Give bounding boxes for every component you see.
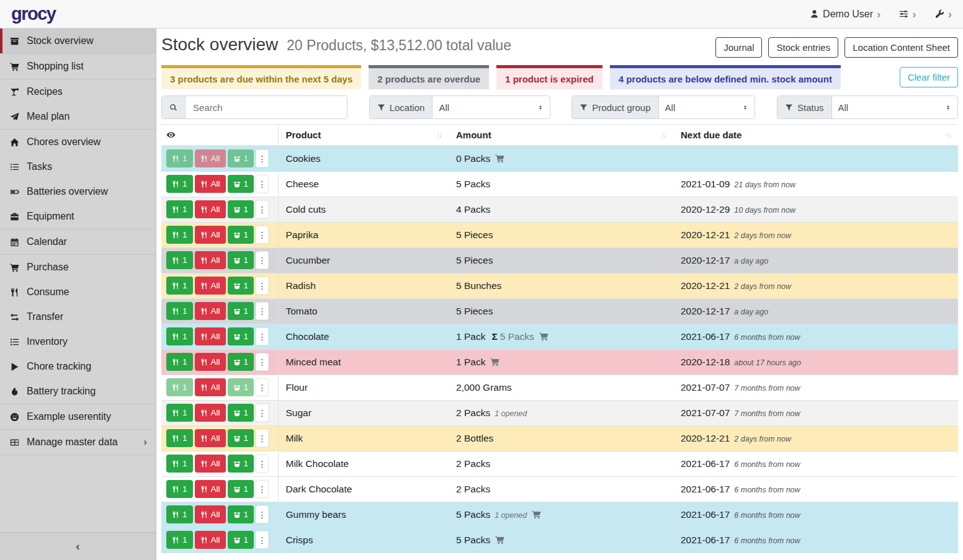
consume-one-button[interactable]: 1 <box>166 505 193 523</box>
open-one-button[interactable]: 1 <box>228 302 254 320</box>
sidebar-item-chore-tracking[interactable]: Chore tracking <box>0 354 156 379</box>
journal-button[interactable]: Journal <box>715 37 762 58</box>
consume-all-button[interactable]: All <box>195 505 226 523</box>
location-select[interactable]: All <box>432 96 549 118</box>
banner-overdue[interactable]: 2 products are overdue <box>369 65 489 89</box>
open-one-button[interactable]: 1 <box>228 226 254 244</box>
open-one-button[interactable]: 1 <box>228 149 254 167</box>
product-group-select[interactable]: All <box>659 96 755 118</box>
row-more-button[interactable]: ⋮ <box>256 277 269 295</box>
row-more-button[interactable]: ⋮ <box>256 327 269 345</box>
clear-filter-button[interactable]: Clear filter <box>900 67 958 87</box>
sidebar-item-manage-master-data[interactable]: Manage master data› <box>0 430 156 455</box>
row-more-button[interactable]: ⋮ <box>256 531 269 549</box>
consume-one-button[interactable]: 1 <box>166 404 193 422</box>
column-header-amount[interactable]: Amount ↑↓ <box>449 125 673 146</box>
banner-below-min-stock[interactable]: 4 products are below defined min. stock … <box>610 65 841 89</box>
sidebar-item-batteries-overview[interactable]: Batteries overview <box>0 179 156 204</box>
consume-one-button[interactable]: 1 <box>166 327 193 345</box>
consume-one-button[interactable]: 1 <box>166 302 193 320</box>
column-header-product[interactable]: Product ↑↓ <box>278 125 449 146</box>
consume-one-button[interactable]: 1 <box>166 480 193 498</box>
open-one-button[interactable]: 1 <box>228 277 254 295</box>
open-one-button[interactable]: 1 <box>228 353 254 371</box>
sidebar-item-chores-overview[interactable]: Chores overview <box>0 130 156 154</box>
consume-all-button[interactable]: All <box>195 226 226 244</box>
grocy-logo[interactable]: grocy <box>11 4 55 24</box>
row-more-button[interactable]: ⋮ <box>256 200 269 218</box>
banner-due-soon[interactable]: 3 products are due within the next 5 day… <box>161 65 361 89</box>
sidebar-item-tasks[interactable]: Tasks <box>0 154 156 179</box>
consume-one-button[interactable]: 1 <box>166 378 193 396</box>
consume-all-button[interactable]: All <box>195 455 226 473</box>
admin-menu[interactable]: › <box>935 8 952 20</box>
open-one-button[interactable]: 1 <box>228 175 254 193</box>
consume-one-button[interactable]: 1 <box>166 251 193 269</box>
consume-one-button[interactable]: 1 <box>166 175 193 193</box>
consume-all-button[interactable]: All <box>195 531 226 549</box>
open-one-button[interactable]: 1 <box>228 327 254 345</box>
row-more-button[interactable]: ⋮ <box>256 149 269 167</box>
consume-all-button[interactable]: All <box>195 327 226 345</box>
search-input[interactable] <box>186 96 347 118</box>
status-select[interactable]: All <box>832 96 957 118</box>
open-one-button[interactable]: 1 <box>228 505 254 523</box>
sidebar-item-equipment[interactable]: Equipment <box>0 204 156 229</box>
consume-one-button[interactable]: 1 <box>166 531 193 549</box>
consume-all-button[interactable]: All <box>195 149 226 167</box>
row-more-button[interactable]: ⋮ <box>256 505 269 523</box>
stock-entries-button[interactable]: Stock entries <box>768 37 838 58</box>
location-content-sheet-button[interactable]: Location Content Sheet <box>844 37 958 58</box>
consume-all-button[interactable]: All <box>195 302 226 320</box>
consume-all-button[interactable]: All <box>195 251 226 269</box>
consume-one-button[interactable]: 1 <box>166 149 193 167</box>
row-more-button[interactable]: ⋮ <box>256 378 269 396</box>
eye-columns-toggle[interactable] <box>166 130 273 140</box>
sidebar-item-meal-plan[interactable]: Meal plan <box>0 104 156 129</box>
consume-all-button[interactable]: All <box>195 353 226 371</box>
row-more-button[interactable]: ⋮ <box>256 226 269 244</box>
row-more-button[interactable]: ⋮ <box>256 302 269 320</box>
open-one-button[interactable]: 1 <box>228 455 254 473</box>
consume-one-button[interactable]: 1 <box>166 353 193 371</box>
consume-all-button[interactable]: All <box>195 378 226 396</box>
consume-one-button[interactable]: 1 <box>166 226 193 244</box>
row-more-button[interactable]: ⋮ <box>256 429 269 447</box>
consume-all-button[interactable]: All <box>195 480 226 498</box>
sidebar-item-calendar[interactable]: Calendar <box>0 229 156 254</box>
row-more-button[interactable]: ⋮ <box>256 251 269 269</box>
row-more-button[interactable]: ⋮ <box>256 455 269 473</box>
consume-all-button[interactable]: All <box>195 200 226 218</box>
open-one-button[interactable]: 1 <box>228 531 254 549</box>
row-more-button[interactable]: ⋮ <box>256 353 269 371</box>
sidebar-item-recipes[interactable]: Recipes <box>0 79 156 104</box>
open-one-button[interactable]: 1 <box>228 404 254 422</box>
consume-all-button[interactable]: All <box>195 277 226 295</box>
consume-all-button[interactable]: All <box>195 404 226 422</box>
sidebar-item-transfer[interactable]: Transfer <box>0 304 156 329</box>
consume-all-button[interactable]: All <box>195 429 226 447</box>
consume-one-button[interactable]: 1 <box>166 455 193 473</box>
open-one-button[interactable]: 1 <box>228 200 254 218</box>
sidebar-item-stock-overview[interactable]: Stock overview <box>0 29 156 53</box>
sidebar-item-purchase[interactable]: Purchase <box>0 255 156 280</box>
consume-all-button[interactable]: All <box>195 175 226 193</box>
settings-menu[interactable]: › <box>899 8 916 20</box>
banner-expired[interactable]: 1 product is expired <box>496 65 602 89</box>
sidebar-item-example-userentity[interactable]: Example userentity <box>0 404 156 429</box>
row-more-button[interactable]: ⋮ <box>256 480 269 498</box>
sidebar-item-consume[interactable]: Consume <box>0 280 156 304</box>
sidebar-item-inventory[interactable]: Inventory <box>0 329 156 354</box>
open-one-button[interactable]: 1 <box>228 251 254 269</box>
column-header-next-due-date[interactable]: Next due date ↑↓ <box>673 125 958 146</box>
sidebar-item-shopping-list[interactable]: Shopping list <box>0 54 156 79</box>
row-more-button[interactable]: ⋮ <box>256 175 269 193</box>
consume-one-button[interactable]: 1 <box>166 200 193 218</box>
open-one-button[interactable]: 1 <box>228 429 254 447</box>
consume-one-button[interactable]: 1 <box>166 277 193 295</box>
sidebar-item-battery-tracking[interactable]: Battery tracking <box>0 379 156 404</box>
consume-one-button[interactable]: 1 <box>166 429 193 447</box>
row-more-button[interactable]: ⋮ <box>256 404 269 422</box>
sidebar-collapse-button[interactable]: ‹ <box>0 532 156 560</box>
open-one-button[interactable]: 1 <box>228 480 254 498</box>
